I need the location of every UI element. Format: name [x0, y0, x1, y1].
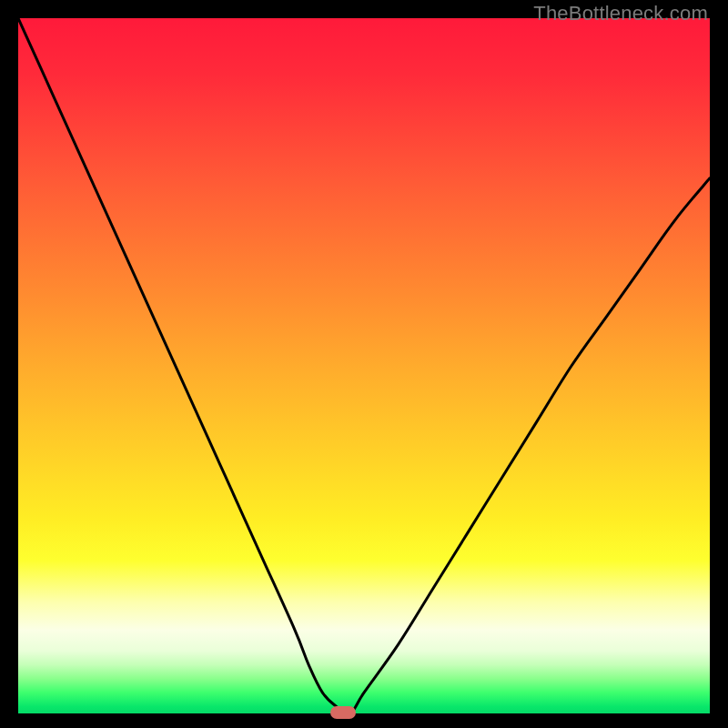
watermark-text: TheBottleneck.com: [533, 2, 708, 25]
optimal-marker: [330, 706, 356, 719]
plot-area: [18, 18, 710, 713]
bottleneck-curve: [18, 18, 710, 713]
chart-container: TheBottleneck.com: [0, 0, 728, 728]
